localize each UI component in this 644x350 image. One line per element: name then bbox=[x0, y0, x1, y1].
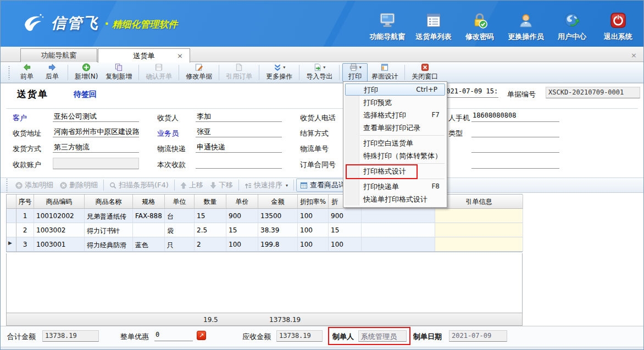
table-row[interactable]: 1 100102002 兄弟普通纸传 FAX-888 台 15 900 1350… bbox=[7, 209, 522, 223]
menu-item-print-blank[interactable]: 打印空白送货单 bbox=[343, 137, 447, 149]
doc-datetime-field[interactable]: 2021-07-09 15:24 bbox=[441, 87, 498, 98]
menu-item-view-print-log[interactable]: 查看单据打印记录 bbox=[343, 121, 447, 134]
tabstrip-close-icon[interactable]: × bbox=[631, 51, 637, 59]
ui-design-button[interactable]: 界面设计 bbox=[368, 63, 402, 82]
toolbar-separator bbox=[339, 65, 340, 80]
row-selector[interactable] bbox=[7, 209, 16, 223]
app-window: 信管飞 · 精细化管理软件 功能导航窗 bbox=[0, 0, 644, 350]
globe-icon bbox=[564, 10, 580, 30]
grid-corner-cell bbox=[7, 195, 16, 209]
table-row-selected[interactable]: ▶ 3 1003001 得力经典防滑 蓝色 只 2 100 199.8 100 … bbox=[7, 237, 522, 252]
mobile-field[interactable]: 18608080808 bbox=[471, 111, 559, 122]
more-actions-button[interactable]: ▾ 更多操作 bbox=[262, 63, 296, 82]
dropdown-caret-icon: ▾ bbox=[323, 65, 325, 70]
move-up-button: 上移 bbox=[177, 179, 207, 191]
plus-circle-grey-icon bbox=[15, 182, 23, 189]
save-disk-icon bbox=[154, 63, 163, 71]
new-doc-button[interactable]: 新增(N) bbox=[71, 63, 102, 82]
detail-toolbar: 添加明细 删除明细 扫描条形码(F4) 上移 下移 bbox=[1, 177, 644, 193]
menu-item-express-format-design[interactable]: 快递单打印格式设计 bbox=[343, 193, 447, 205]
salesman-field[interactable]: 张亚 bbox=[196, 126, 282, 137]
copy-icon bbox=[114, 63, 123, 71]
banner-action-label: 修改密码 bbox=[465, 32, 494, 42]
window-design-icon bbox=[380, 63, 389, 71]
receiver-label: 收货人 bbox=[157, 113, 179, 123]
modify-doc-button[interactable]: 修改单据 bbox=[182, 63, 216, 82]
copy-new-button[interactable]: 复制新增 bbox=[102, 63, 136, 82]
tab-bar: 功能导航窗 送货单 × × bbox=[1, 47, 644, 62]
table-row[interactable]: 2 1003002 得力订书针 袋 2.5 15 38.39 100 15 bbox=[7, 223, 522, 237]
customer-field[interactable]: 亚拓公司测试 bbox=[53, 111, 139, 122]
extra-field-1[interactable] bbox=[471, 142, 559, 153]
toolbar-separator bbox=[219, 65, 219, 80]
reference-order-button: 引用订单 bbox=[222, 63, 256, 82]
mobile-label: 人手机 bbox=[448, 113, 470, 123]
menu-separator bbox=[360, 135, 445, 136]
add-detail-button: 添加明细 bbox=[12, 179, 57, 191]
menu-separator bbox=[360, 163, 445, 164]
tab-delivery-order[interactable]: 送货单 × bbox=[98, 48, 190, 63]
nav-window-button[interactable]: 功能导航窗 bbox=[364, 10, 410, 42]
row-selector[interactable] bbox=[7, 223, 16, 237]
shortcut-label: F8 bbox=[431, 180, 440, 193]
dropdown-caret-icon: ▾ bbox=[359, 65, 362, 70]
menu-item-print[interactable]: 打印 Ctrl+P bbox=[345, 84, 445, 96]
summary-amount: 13738.19 bbox=[269, 316, 301, 324]
type-field[interactable] bbox=[471, 126, 559, 137]
tab-nav-window[interactable]: 功能导航窗 bbox=[20, 48, 97, 62]
monitor-icon bbox=[379, 10, 396, 30]
col-header: 单价 bbox=[226, 195, 258, 209]
col-header: 序号 bbox=[16, 195, 34, 209]
shortcut-label: Ctrl+P bbox=[416, 84, 437, 96]
receiver-field[interactable]: 李加 bbox=[196, 111, 282, 122]
banner-action-label: 功能导航窗 bbox=[370, 32, 406, 42]
import-export-button[interactable]: ▾ 导入导出 bbox=[302, 63, 336, 82]
payment-field[interactable] bbox=[196, 158, 282, 169]
discount-edit-button[interactable]: ↗ bbox=[197, 331, 206, 340]
toolbar-separator bbox=[259, 65, 259, 80]
close-window-button[interactable]: 关闭窗口 bbox=[408, 63, 442, 82]
banner-action-label: 退出系统 bbox=[604, 32, 632, 42]
delivery-list-button[interactable]: 送货单列表 bbox=[410, 10, 457, 42]
receiver-phone-label: 收货人电话 bbox=[300, 113, 336, 123]
ship-field[interactable]: 第三方物流 bbox=[53, 142, 139, 153]
waybill-label: 物流单号 bbox=[300, 144, 329, 154]
printer-icon bbox=[349, 63, 358, 71]
extra-field-2[interactable] bbox=[471, 158, 559, 169]
next-doc-button[interactable]: 后单 bbox=[40, 63, 65, 82]
import-export-icon bbox=[313, 63, 322, 71]
address-field[interactable]: 河南省郑州市中原区建设路 bbox=[53, 126, 139, 137]
account-label: 收款账户 bbox=[13, 160, 41, 170]
shortcut-label: F7 bbox=[431, 109, 440, 121]
menu-item-print-express[interactable]: 打印快递单 F8 bbox=[343, 180, 447, 193]
switch-operator-button[interactable]: 更换操作员 bbox=[503, 10, 549, 42]
menu-item-print-preview[interactable]: 打印预览 bbox=[343, 96, 447, 109]
cross-circle-grey-icon bbox=[60, 182, 67, 189]
settle-label: 结算方式 bbox=[300, 129, 329, 138]
logistics-field[interactable]: 申通快递 bbox=[196, 142, 282, 153]
close-red-icon bbox=[421, 63, 429, 71]
move-down-button: 下移 bbox=[207, 179, 236, 191]
type-label: 类型 bbox=[448, 129, 463, 138]
plus-circle-icon bbox=[82, 63, 91, 71]
banner-action-label: 用户中心 bbox=[558, 32, 586, 42]
receivable-field: 13738.19 bbox=[276, 330, 323, 342]
row-selector-active[interactable]: ▶ bbox=[7, 237, 16, 252]
customer-label: 客户 bbox=[13, 113, 27, 123]
exit-system-button[interactable]: 退出系统 bbox=[595, 10, 641, 42]
change-password-button[interactable]: 修改密码 bbox=[457, 10, 503, 42]
brand-logo: 信管飞 · 精细化管理软件 bbox=[20, 12, 177, 35]
banner-action-label: 送货单列表 bbox=[416, 32, 452, 42]
dropdown-caret-icon: ▾ bbox=[286, 183, 288, 188]
menu-item-special-print[interactable]: 特殊打印（简体转繁体） bbox=[343, 149, 447, 162]
tab-close-icon[interactable]: × bbox=[177, 52, 183, 60]
menu-item-select-format-print[interactable]: 选择格式打印 F7 bbox=[343, 109, 447, 121]
banner-actions: 功能导航窗 送货单列表 bbox=[364, 10, 641, 42]
order-discount-field[interactable]: 0 bbox=[154, 330, 193, 341]
col-header: 单位 bbox=[165, 195, 195, 209]
confirm-order-button: 确认开单 bbox=[142, 63, 176, 82]
prev-doc-button[interactable]: 前单 bbox=[14, 63, 40, 82]
print-button[interactable]: ▾ 打印 bbox=[342, 63, 368, 82]
dropdown-caret-icon: ▾ bbox=[283, 65, 285, 70]
user-center-button[interactable]: 用户中心 bbox=[549, 10, 595, 42]
